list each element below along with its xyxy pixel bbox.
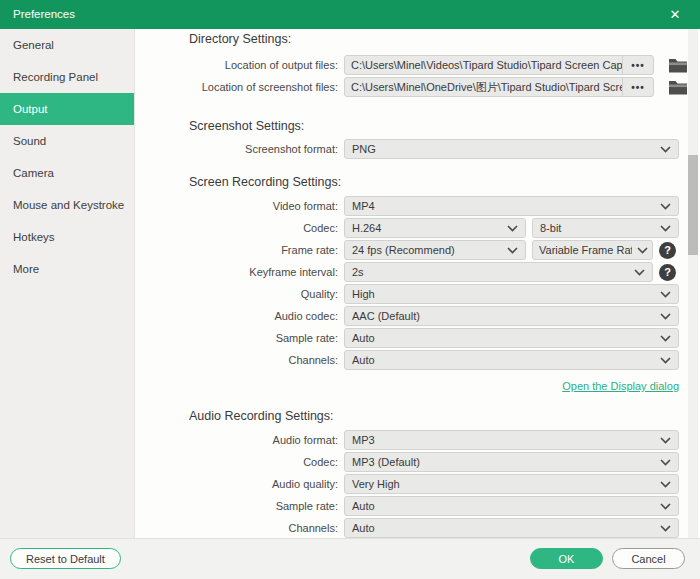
audio-rec-codec-row: Codec: MP3 (Default): [136, 452, 700, 472]
audio-quality-select[interactable]: Very High: [344, 474, 679, 494]
audio-sample-rate-row: Sample rate: Auto: [136, 496, 700, 516]
sidebar-item-camera[interactable]: Camera: [0, 157, 134, 189]
footer: Reset to Default OK Cancel: [0, 538, 700, 579]
folder-icon[interactable]: [668, 57, 688, 73]
scrollbar-track[interactable]: [688, 29, 698, 538]
screenshot-files-path: C:\Users\Minel\OneDrive\图片\Tipard Studio…: [345, 80, 622, 95]
audio-rec-codec-label: Codec:: [136, 456, 344, 468]
audio-codec-label: Audio codec:: [136, 310, 344, 322]
screenshot-format-row: Screenshot format: PNG: [136, 139, 700, 159]
output-files-row: Location of output files: C:\Users\Minel…: [136, 55, 700, 75]
video-format-select[interactable]: MP4: [344, 196, 679, 216]
chevron-down-icon: [660, 146, 671, 153]
audio-codec-row: Audio codec: AAC (Default): [136, 306, 700, 326]
audio-quality-row: Audio quality: Very High: [136, 474, 700, 494]
audio-rec-codec-select[interactable]: MP3 (Default): [344, 452, 679, 472]
audio-recording-settings-heading: Audio Recording Settings:: [189, 408, 700, 424]
channels-select[interactable]: Auto: [344, 350, 679, 370]
keyframe-interval-label: Keyframe interval:: [136, 266, 344, 278]
chevron-down-icon: [660, 225, 671, 232]
sidebar-item-general[interactable]: General: [0, 29, 134, 61]
titlebar: Preferences ✕: [0, 0, 700, 29]
chevron-down-icon: [660, 357, 671, 364]
chevron-down-icon: [634, 269, 645, 276]
chevron-down-icon: [660, 335, 671, 342]
chevron-down-icon: [660, 481, 671, 488]
preferences-dialog: Preferences ✕ General Recording Panel Ou…: [0, 0, 700, 579]
chevron-down-icon: [660, 525, 671, 532]
frame-rate-row: Frame rate: 24 fps (Recommend) Variable …: [136, 240, 700, 260]
sample-rate-select[interactable]: Auto: [344, 328, 679, 348]
browse-ellipsis-button[interactable]: •••: [622, 56, 653, 74]
screenshot-format-select[interactable]: PNG: [344, 139, 679, 159]
scrollbar-thumb[interactable]: [688, 155, 698, 255]
settings-panel: Directory Settings: Location of output f…: [136, 29, 700, 538]
chevron-down-icon: [660, 203, 671, 210]
frame-rate-select[interactable]: 24 fps (Recommend): [344, 240, 526, 260]
quality-select[interactable]: High: [344, 284, 679, 304]
browse-ellipsis-button[interactable]: •••: [622, 78, 653, 96]
sidebar-item-recording-panel[interactable]: Recording Panel: [0, 61, 134, 93]
audio-format-row: Audio format: MP3: [136, 430, 700, 450]
chevron-down-icon: [660, 503, 671, 510]
codec-select[interactable]: H.264: [344, 218, 526, 238]
sidebar-item-mouse-keystroke[interactable]: Mouse and Keystroke: [0, 189, 134, 221]
folder-icon[interactable]: [668, 79, 688, 95]
audio-format-label: Audio format:: [136, 434, 344, 446]
open-display-dialog-link[interactable]: Open the Display dialog: [562, 380, 679, 392]
codec-row: Codec: H.264 8-bit: [136, 218, 700, 238]
ok-button[interactable]: OK: [530, 548, 603, 569]
sidebar-item-sound[interactable]: Sound: [0, 125, 134, 157]
audio-format-select[interactable]: MP3: [344, 430, 679, 450]
help-icon[interactable]: ?: [659, 242, 676, 259]
reset-to-default-button[interactable]: Reset to Default: [10, 548, 121, 569]
chevron-down-icon: [507, 225, 518, 232]
cancel-button[interactable]: Cancel: [612, 548, 685, 569]
sidebar: General Recording Panel Output Sound Cam…: [0, 29, 135, 538]
quality-label: Quality:: [136, 288, 344, 300]
frame-rate-mode-select[interactable]: Variable Frame Rate: [532, 240, 653, 260]
chevron-down-icon: [660, 459, 671, 466]
video-format-row: Video format: MP4: [136, 196, 700, 216]
close-icon[interactable]: ✕: [662, 0, 688, 29]
screen-recording-settings-heading: Screen Recording Settings:: [189, 174, 700, 190]
screenshot-files-row: Location of screenshot files: C:\Users\M…: [136, 77, 700, 97]
chevron-down-icon: [660, 291, 671, 298]
output-files-label: Location of output files:: [136, 59, 344, 71]
directory-settings-heading: Directory Settings:: [189, 31, 700, 47]
screenshot-format-label: Screenshot format:: [136, 143, 344, 155]
sample-rate-label: Sample rate:: [136, 332, 344, 344]
help-icon[interactable]: ?: [659, 264, 676, 281]
audio-quality-label: Audio quality:: [136, 478, 344, 490]
screenshot-settings-heading: Screenshot Settings:: [189, 118, 700, 134]
keyframe-interval-select[interactable]: 2s: [344, 262, 653, 282]
audio-codec-select[interactable]: AAC (Default): [344, 306, 679, 326]
chevron-down-icon: [507, 247, 518, 254]
chevron-down-icon: [637, 247, 648, 254]
audio-channels-row: Channels: Auto: [136, 518, 700, 538]
screenshot-files-label: Location of screenshot files:: [136, 81, 344, 93]
video-format-label: Video format:: [136, 200, 344, 212]
audio-channels-select[interactable]: Auto: [344, 518, 679, 538]
chevron-down-icon: [660, 313, 671, 320]
keyframe-interval-row: Keyframe interval: 2s ?: [136, 262, 700, 282]
audio-sample-rate-label: Sample rate:: [136, 500, 344, 512]
chevron-down-icon: [660, 437, 671, 444]
sidebar-item-more[interactable]: More: [0, 253, 134, 285]
quality-row: Quality: High: [136, 284, 700, 304]
screenshot-files-field[interactable]: C:\Users\Minel\OneDrive\图片\Tipard Studio…: [344, 77, 654, 97]
audio-sample-rate-select[interactable]: Auto: [344, 496, 679, 516]
channels-label: Channels:: [136, 354, 344, 366]
display-dialog-link-row: Open the Display dialog: [136, 377, 679, 393]
sidebar-item-output[interactable]: Output: [0, 93, 134, 125]
window-title: Preferences: [13, 0, 75, 29]
output-files-path: C:\Users\Minel\Videos\Tipard Studio\Tipa…: [345, 59, 622, 71]
sidebar-item-hotkeys[interactable]: Hotkeys: [0, 221, 134, 253]
codec-label: Codec:: [136, 222, 344, 234]
sample-rate-row: Sample rate: Auto: [136, 328, 700, 348]
channels-row: Channels: Auto: [136, 350, 700, 370]
frame-rate-label: Frame rate:: [136, 244, 344, 256]
audio-channels-label: Channels:: [136, 522, 344, 534]
bit-depth-select[interactable]: 8-bit: [532, 218, 679, 238]
output-files-field[interactable]: C:\Users\Minel\Videos\Tipard Studio\Tipa…: [344, 55, 654, 75]
